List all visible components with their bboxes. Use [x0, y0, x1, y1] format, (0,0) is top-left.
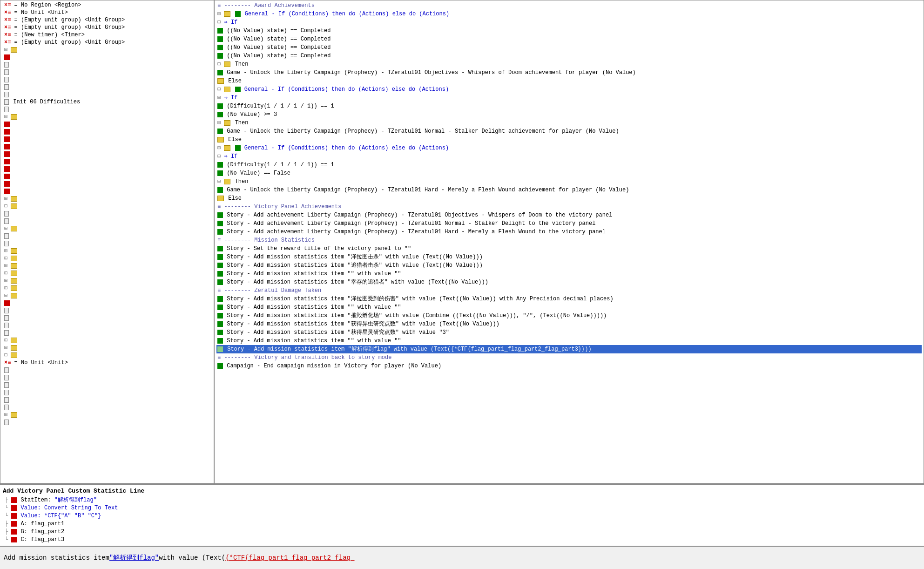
list-item: ≡ -------- Zeratul Damage Taken	[216, 286, 922, 295]
list-item	[2, 91, 212, 98]
list-item	[2, 217, 212, 225]
list-item: ×≡ = (Empty unit group) <Unit Group>	[2, 24, 212, 31]
list-item	[2, 83, 212, 91]
list-item: ⊞	[2, 411, 212, 419]
left-panel[interactable]: ×≡ = No Region <Region> ×≡ = No Unit <Un…	[0, 0, 215, 483]
list-item: ×≡ = No Unit <Unit>	[2, 9, 212, 16]
list-item: ⊞	[2, 262, 212, 270]
bottom-param-a: ├ A: flag_part1	[3, 520, 921, 528]
list-item: ≡ -------- Award Achievements	[216, 1, 922, 10]
status-bar: Add mission statistics item "解析得到flag" w…	[0, 546, 924, 569]
list-item: Story - Add mission statistics item "" w…	[216, 303, 922, 312]
list-item: ((No Value) state) == Completed	[216, 52, 922, 60]
list-item	[2, 299, 212, 307]
list-item: ⊟	[2, 292, 212, 299]
list-item	[2, 381, 212, 389]
bottom-value-ctf: └ Value: *CTF{"A"_"B"_"C"}	[3, 512, 921, 520]
list-item: ⊟	[2, 46, 212, 54]
bottom-param-b: ├ B: flag_part2	[3, 528, 921, 536]
right-panel[interactable]: ≡ -------- Award Achievements ⊟ General …	[215, 0, 924, 483]
list-item	[2, 419, 212, 426]
list-item: ⊞	[2, 195, 212, 203]
list-item	[2, 165, 212, 173]
list-item: ⊞	[2, 270, 212, 277]
list-item: Story - Add mission statistics item "泽拉图…	[216, 295, 922, 303]
list-item: ≡ -------- Victory Panel Achievements	[216, 203, 922, 211]
list-item: Game - Unlock the Liberty Campaign (Prop…	[216, 127, 922, 135]
list-item: ⊞	[2, 277, 212, 284]
list-item: ×≡ = No Region <Region>	[2, 1, 212, 9]
list-item	[2, 173, 212, 180]
list-item: Else	[216, 77, 922, 85]
list-item: ⊞	[2, 255, 212, 262]
list-item	[2, 188, 212, 195]
list-item: ≡ -------- Victory and transition back t…	[216, 353, 922, 362]
list-item	[2, 374, 212, 381]
list-item	[2, 150, 212, 158]
list-item: ((No Value) state) == Completed	[216, 43, 922, 52]
list-item	[2, 322, 212, 329]
list-item: Story - Add mission statistics item "" w…	[216, 270, 922, 278]
list-item: Else	[216, 194, 922, 203]
list-item	[2, 314, 212, 322]
list-item: ⊟ General - If (Conditions) then do (Act…	[216, 85, 922, 94]
list-item: Story - Add achievement Liberty Campaign…	[216, 211, 922, 219]
list-item	[2, 68, 212, 76]
list-item: Init 06 Difficulties	[2, 98, 212, 106]
list-item: ⊞	[2, 284, 212, 292]
list-item	[2, 404, 212, 411]
list-item: ×≡ = (New timer) <Timer>	[2, 31, 212, 39]
list-item: Story - Add achievement Liberty Campaign…	[216, 219, 922, 228]
list-item	[2, 389, 212, 396]
list-item: ⊞	[2, 247, 212, 255]
status-text-prefix: Add mission statistics item	[4, 554, 109, 562]
list-item: ⊟	[2, 203, 212, 210]
list-item: (No Value) >= 3	[216, 110, 922, 119]
list-item: (No Value) == False	[216, 169, 922, 177]
list-item: (Difficulty(1 / 1 / 1 / 1)) == 1	[216, 102, 922, 110]
list-item: Else	[216, 135, 922, 144]
list-item: Game - Unlock the Liberty Campaign (Prop…	[216, 68, 922, 77]
list-item	[2, 135, 212, 143]
list-item: ≡ -------- Mission Statistics	[216, 236, 922, 244]
list-item: Story - Set the reward title of the vict…	[216, 244, 922, 253]
list-item	[2, 240, 212, 247]
list-item	[2, 121, 212, 128]
list-item: Story - Add mission statistics item "幸存的…	[216, 278, 922, 286]
list-item: ⊟	[2, 113, 212, 121]
list-item: ⊟ General - If (Conditions) then do (Act…	[216, 144, 922, 152]
bottom-stat-item: ├ StatItem: "解析得到flag"	[3, 496, 921, 504]
list-item	[2, 106, 212, 113]
list-item: ⊞	[2, 225, 212, 232]
list-item: Story - Add mission statistics item "获得星…	[216, 328, 922, 337]
list-item: Story - Add mission statistics item "获得异…	[216, 320, 922, 328]
list-item: ⊟ Then	[216, 60, 922, 68]
main-container: ×≡ = No Region <Region> ×≡ = No Unit <Un…	[0, 0, 924, 484]
list-item: ×≡ = (Empty unit group) <Unit Group>	[2, 16, 212, 24]
list-item	[2, 128, 212, 135]
list-item	[2, 232, 212, 240]
status-text-middle: with value (Text(	[159, 554, 225, 562]
list-item: ⊟ ⇒ If	[216, 94, 922, 102]
highlighted-list-item[interactable]: Story - Add mission statistics item "解析得…	[216, 345, 922, 353]
list-item: ×≡ = No Unit <Unit>	[2, 359, 212, 366]
list-item: ⊞	[2, 337, 212, 344]
list-item	[2, 396, 212, 404]
list-item: (Difficulty(1 / 1 / 1 / 1)) == 1	[216, 161, 922, 169]
list-item	[2, 210, 212, 217]
list-item	[2, 54, 212, 61]
status-quoted-text: "解析得到flag"	[109, 554, 159, 562]
list-item	[2, 329, 212, 337]
bottom-param-c: └ C: flag_part3	[3, 536, 921, 544]
list-item: ⊟	[2, 352, 212, 359]
list-item	[2, 366, 212, 374]
status-ctf-text: {*CTF{flag_part1_flag_part2_flag_	[225, 554, 354, 562]
list-item	[2, 143, 212, 150]
list-item: Story - Add achievement Liberty Campaign…	[216, 228, 922, 236]
list-item: ((No Value) state) == Completed	[216, 35, 922, 43]
list-item: ⊟ ⇒ If	[216, 18, 922, 27]
list-item: ((No Value) state) == Completed	[216, 27, 922, 35]
list-item: ⊟ Then	[216, 177, 922, 186]
list-item: ⊟ Then	[216, 119, 922, 127]
bottom-panel: Add Victory Panel Custom Statistic Line …	[0, 484, 924, 546]
